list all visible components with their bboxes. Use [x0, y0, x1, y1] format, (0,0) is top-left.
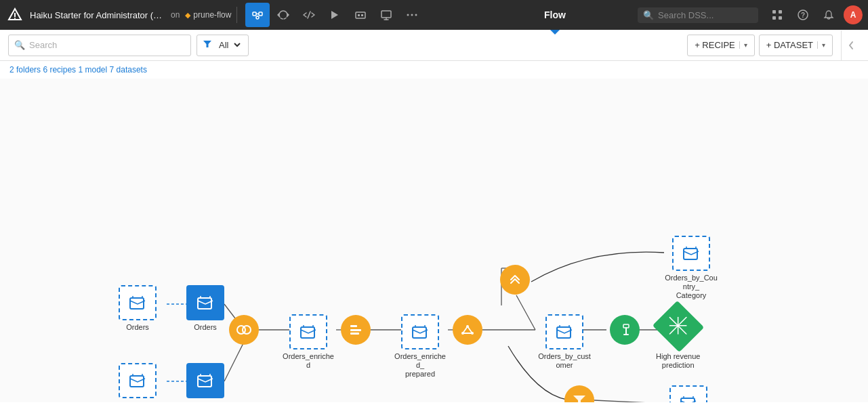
svg-rect-22 [779, 10, 782, 14]
group-operator[interactable] [453, 315, 482, 345]
customers-solid-label: Customers [187, 401, 223, 402]
recipes-count: 6 [43, 65, 47, 74]
tool-run[interactable] [323, 3, 347, 27]
svg-point-20 [415, 14, 417, 16]
dataset-caret-icon: ▾ [817, 41, 825, 49]
orders-solid-node[interactable]: Orders [186, 285, 224, 332]
nav-tools [245, 3, 424, 27]
toolbar-search-icon: 🔍 [14, 40, 25, 50]
svg-line-31 [224, 342, 244, 381]
notifications-icon[interactable] [818, 4, 840, 26]
svg-marker-9 [277, 13, 279, 17]
project-title[interactable]: Haiku Starter for Administrator (pr... [30, 10, 165, 20]
filter-select[interactable]: All [216, 39, 243, 51]
branch-icon: ◆ [185, 11, 190, 20]
join-operator[interactable] [229, 315, 259, 345]
tool-monitor[interactable] [374, 3, 398, 27]
svg-line-10 [308, 12, 310, 18]
svg-rect-21 [772, 10, 776, 14]
collapse-panel-button[interactable] [841, 30, 860, 60]
recipes-link[interactable]: recipes [49, 65, 76, 74]
orders-input-label: Orders [126, 323, 149, 332]
recipe-caret-icon: ▾ [739, 41, 747, 49]
orders-enriched-prepared-box[interactable] [401, 314, 439, 349]
svg-point-61 [461, 332, 464, 335]
svg-rect-59 [350, 333, 359, 335]
orders-enriched-prepared-label: Orders_enriched_prepared [393, 352, 447, 379]
search-icon: 🔍 [643, 10, 654, 20]
svg-point-18 [407, 14, 409, 16]
model-count: 1 [78, 65, 83, 74]
svg-rect-4 [259, 12, 262, 16]
high-revenue-label: High revenueprediction [656, 352, 700, 370]
filter-icon [203, 39, 212, 51]
global-search-input[interactable] [658, 10, 753, 20]
model-link[interactable]: model [85, 65, 108, 74]
svg-point-60 [466, 325, 469, 328]
customers-input-box[interactable] [119, 363, 157, 398]
branch-name: prune-flow [193, 10, 231, 20]
top-nav: Haiku Starter for Administrator (pr... o… [0, 0, 868, 30]
tool-sync[interactable] [271, 3, 295, 27]
orders-input-box[interactable] [119, 285, 157, 320]
split-operator[interactable] [500, 265, 530, 295]
svg-rect-57 [350, 329, 361, 331]
filter-operator[interactable] [564, 385, 594, 402]
svg-point-6 [256, 16, 259, 19]
customers-input-label: Customers [119, 401, 155, 402]
apps-grid-icon[interactable] [766, 4, 788, 26]
customers-solid-box[interactable] [186, 363, 224, 398]
svg-rect-15 [381, 11, 391, 18]
tool-code[interactable] [297, 3, 321, 27]
svg-rect-3 [253, 12, 256, 16]
svg-line-40 [516, 295, 535, 330]
toolbar-actions: + RECIPE ▾ + DATASET ▾ [687, 35, 833, 56]
orders-enriched-node[interactable]: Orders_enriched [281, 314, 335, 370]
orders-by-customer-box[interactable] [545, 314, 583, 349]
flow-tab-label[interactable]: Flow [539, 0, 571, 30]
nav-right-icons: ? A [766, 4, 863, 26]
datasets-link[interactable]: datasets [117, 65, 147, 74]
prepare-operator[interactable] [341, 315, 371, 345]
orders-solid-box[interactable] [186, 285, 224, 320]
tool-more[interactable] [400, 3, 424, 27]
customers-solid-node[interactable]: Customers [186, 363, 224, 402]
branch-selector[interactable]: ◆ prune-flow [185, 10, 231, 20]
customers-input-node[interactable]: Customers [119, 363, 157, 402]
tool-deploy[interactable] [348, 3, 373, 27]
svg-rect-14 [361, 14, 363, 16]
orders-by-country-box[interactable] [672, 236, 710, 271]
orders-input-node[interactable]: Orders [119, 285, 157, 332]
svg-point-2 [14, 18, 16, 19]
flow-search[interactable]: 🔍 [8, 35, 191, 56]
orders-enriched-prepared-node[interactable]: Orders_enriched_prepared [393, 314, 447, 379]
nav-divider [236, 7, 237, 23]
datasets-count: 7 [110, 65, 115, 74]
help-icon[interactable]: ? [792, 4, 814, 26]
app-logo[interactable] [5, 5, 24, 24]
svg-line-43 [594, 400, 664, 402]
orders-by-country-label: Orders_by_Country_Category [664, 274, 718, 301]
avatar[interactable]: A [844, 5, 863, 24]
filter-button[interactable]: All [197, 35, 249, 56]
svg-rect-13 [358, 14, 360, 16]
orders-by-customer-node[interactable]: Orders_by_customer [537, 314, 592, 370]
breadcrumb: 2 folders 6 recipes 1 model 7 datasets [0, 61, 868, 79]
orders-by-country-node[interactable]: Orders_by_Country_Category [664, 236, 718, 301]
global-search[interactable]: 🔍 [638, 7, 758, 23]
svg-rect-58 [350, 325, 357, 327]
svg-rect-12 [356, 12, 365, 18]
score-operator[interactable] [610, 315, 640, 345]
orders-enriched-box[interactable] [289, 314, 327, 349]
high-revenue-model-node[interactable]: High revenueprediction [656, 309, 700, 370]
toolbar: 🔍 All + RECIPE ▾ + DATASET ▾ [0, 30, 868, 61]
folders-link[interactable]: folders [16, 65, 41, 74]
tool-flow[interactable] [245, 3, 270, 27]
flow-canvas[interactable]: Orders Orders Customers [0, 79, 868, 402]
folders-count: 2 [9, 65, 14, 74]
add-recipe-button[interactable]: + RECIPE ▾ [687, 35, 755, 56]
orders-filtered-node[interactable]: Orders_filtered [664, 385, 714, 402]
flow-search-input[interactable] [29, 40, 185, 50]
orders-filtered-box[interactable] [669, 385, 707, 402]
add-dataset-button[interactable]: + DATASET ▾ [759, 35, 833, 56]
